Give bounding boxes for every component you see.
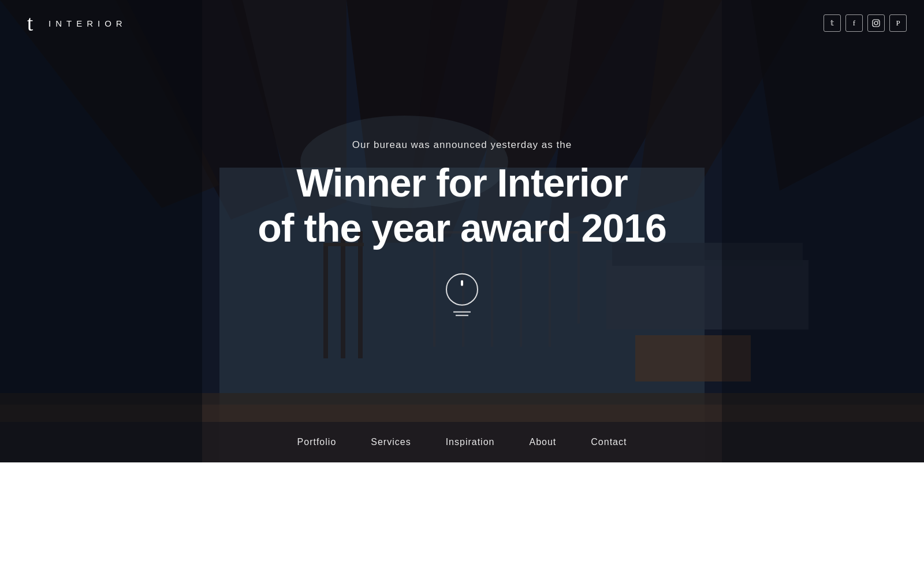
scroll-line-2	[456, 315, 468, 316]
bottom-navigation: Portfolio Services Inspiration About Con…	[0, 422, 924, 462]
nav-portfolio[interactable]: Portfolio	[297, 437, 337, 447]
pinterest-icon[interactable]: P	[889, 14, 907, 32]
hero-title-line2: of the year award 2016	[258, 206, 666, 250]
mouse-scroll-icon	[446, 273, 478, 306]
nav-about[interactable]: About	[529, 437, 556, 447]
nav-contact[interactable]: Contact	[591, 437, 627, 447]
site-header: t Interior 𝕥 f P	[0, 0, 924, 46]
svg-rect-29	[0, 0, 202, 462]
svg-rect-30	[722, 0, 924, 462]
hero-content: Our bureau was announced yesterday as th…	[202, 139, 722, 316]
facebook-icon[interactable]: f	[845, 14, 863, 32]
logo[interactable]: t Interior	[17, 11, 127, 35]
hero-subtitle: Our bureau was announced yesterday as th…	[202, 139, 722, 151]
nav-inspiration[interactable]: Inspiration	[446, 437, 495, 447]
nav-services[interactable]: Services	[371, 437, 411, 447]
mouse-wheel	[461, 280, 463, 286]
logo-mark: t	[17, 11, 42, 35]
svg-rect-31	[873, 20, 880, 27]
logo-letter: t	[27, 12, 32, 34]
below-fold-section	[0, 462, 924, 578]
social-icons-group: 𝕥 f P	[824, 14, 907, 32]
hero-title: Winner for Interior of the year award 20…	[202, 160, 722, 250]
instagram-icon[interactable]	[867, 14, 885, 32]
scroll-lines	[453, 312, 471, 316]
svg-point-33	[878, 21, 879, 22]
hero-title-line1: Winner for Interior	[296, 161, 628, 205]
svg-point-32	[874, 21, 878, 25]
twitter-icon[interactable]: 𝕥	[824, 14, 841, 32]
scroll-indicator[interactable]	[202, 273, 722, 316]
scroll-line-1	[453, 312, 471, 313]
logo-name: Interior	[49, 18, 127, 28]
hero-section: t Interior 𝕥 f P Our bureau was announce…	[0, 0, 924, 462]
